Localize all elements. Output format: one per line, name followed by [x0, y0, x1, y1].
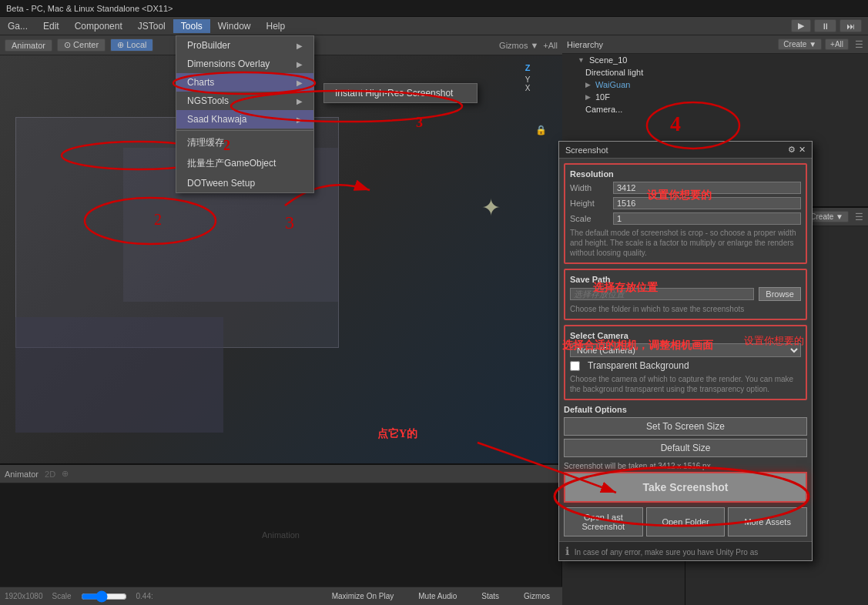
open-last-screenshot-btn[interactable]: Open Last Screenshot — [564, 507, 643, 536]
waiguan-label: WaiGuan — [595, 80, 630, 89]
height-row: Height — [570, 197, 801, 209]
more-assets-btn[interactable]: More Assets — [728, 507, 807, 536]
step-button[interactable]: ⏭ — [840, 19, 862, 32]
save-path-input[interactable] — [570, 288, 754, 300]
default-options-label: Default Options — [564, 405, 807, 414]
dropdown-clear-cache[interactable]: 清理缓存 — [176, 132, 313, 153]
gizmos-btn[interactable]: Gizmos — [516, 590, 558, 602]
camera-row: None (Camera) — [570, 343, 801, 357]
play-button[interactable]: ▶ — [791, 19, 811, 32]
tree-item-10f[interactable]: ▶ 10F — [562, 91, 868, 103]
dropdown-saad[interactable]: Saad Khawaja ▶ — [176, 110, 313, 129]
hierarchy-header: Hierarchy Create ▼ +All ☰ — [562, 35, 868, 54]
screenshot-panel-title: Screenshot — [565, 145, 608, 155]
resolution-section: Resolution Width Height Scale The defaul… — [564, 163, 807, 264]
dropdown-dotween[interactable]: DOTween Setup — [176, 174, 313, 192]
tree-item-camera[interactable]: Camera... — [562, 103, 868, 115]
bottom-action-buttons: Open Last Screenshot Open Folder More As… — [564, 507, 807, 536]
bottom-panel: Animator 2D ⊕ Animation — [0, 463, 562, 587]
center-btn[interactable]: ⊙ Center — [57, 38, 106, 52]
animator-extra: ⊕ — [62, 469, 69, 479]
camera-note: Choose the camera of which to capture th… — [570, 374, 801, 394]
camera-label: Camera... — [585, 105, 622, 114]
default-size-btn[interactable]: Default Size — [564, 439, 807, 457]
resolution-note: The default mode of screenshot is crop -… — [570, 228, 801, 258]
scale-input[interactable] — [613, 212, 801, 225]
tree-item-waiguan[interactable]: ▶ WaiGuan — [562, 79, 868, 91]
tools-dropdown: ProBuilder ▶ Dimensions Overlay ▶ Charts… — [176, 35, 314, 193]
bottom-status: 1920x1080 Scale 0.44: Maximize On Play M… — [0, 587, 562, 605]
animator-title: Animator — [5, 470, 39, 479]
scene-object-bottom — [15, 317, 223, 433]
mute-btn[interactable]: Mute Audio — [411, 590, 464, 602]
animator-panel: Animator 2D ⊕ Animation — [0, 465, 562, 587]
scene-label: Scene_10 — [589, 55, 628, 65]
menu-edit[interactable]: Edit — [35, 19, 67, 33]
hierarchy-title: Hierarchy — [567, 40, 603, 49]
menu-jstool[interactable]: JSTool — [130, 19, 173, 33]
tree-item-light[interactable]: Directional light — [562, 66, 868, 79]
take-screenshot-btn[interactable]: Take Screenshot — [564, 472, 807, 503]
footer-note: ℹ In case of any error, make sure you ha… — [559, 541, 812, 560]
dropdown-sep1 — [176, 130, 313, 131]
maximize-btn[interactable]: Maximize On Play — [324, 590, 402, 602]
saad-submenu: Instant High-Res Screenshot — [323, 83, 478, 103]
stats-btn[interactable]: Stats — [474, 590, 507, 602]
resolution-display: 1920x1080 — [5, 592, 43, 600]
project-menu-icon[interactable]: ☰ — [855, 212, 863, 222]
menu-component[interactable]: Component — [67, 19, 130, 33]
dropdown-ngstools[interactable]: NGSTools ▶ — [176, 92, 313, 110]
dropdown-batch-gameobject[interactable]: 批量生产GameObject — [176, 153, 313, 174]
animator-empty: Animation — [262, 530, 300, 540]
menu-window[interactable]: Window — [210, 19, 259, 33]
set-screen-size-btn[interactable]: Set To Screen Size — [564, 417, 807, 436]
height-input[interactable] — [613, 197, 801, 209]
pause-button[interactable]: ⏸ — [814, 19, 836, 32]
browse-button[interactable]: Browse — [759, 287, 801, 301]
all-label[interactable]: +All — [543, 41, 558, 50]
10f-arrow: ▶ — [585, 93, 591, 101]
width-row: Width — [570, 182, 801, 194]
dropdown-charts[interactable]: Charts ▶ — [176, 73, 313, 92]
light-label: Directional light — [585, 68, 643, 77]
save-path-section: Save Path Browse Choose the folder in wh… — [564, 269, 807, 320]
dropdown-probuilder[interactable]: ProBuilder ▶ — [176, 36, 313, 55]
screenshot-panel-settings-icon[interactable]: ⚙ — [788, 145, 796, 155]
footer-text: In case of any error, make sure you have… — [575, 548, 758, 557]
animator-content: Animation — [0, 483, 561, 587]
menu-game[interactable]: Ga... — [0, 19, 35, 33]
animator-btn[interactable]: Animator — [5, 39, 52, 52]
dropdown-dimensions[interactable]: Dimensions Overlay ▶ — [176, 55, 313, 73]
screenshot-panel: Screenshot ⚙ ✕ Resolution Width Height S… — [558, 141, 813, 561]
animator-2d: 2D — [45, 470, 55, 479]
transparent-row: Transparent Background — [570, 360, 801, 371]
scale-slider[interactable] — [81, 590, 127, 603]
gizmos-label[interactable]: Gizmos ▼ — [499, 41, 538, 50]
camera-section-label: Select Camera — [570, 331, 801, 340]
scale-value: 0.44: — [136, 592, 153, 600]
scale-label-panel: Scale — [570, 214, 608, 223]
width-label: Width — [570, 183, 608, 192]
screenshot-info: Screenshot will be taken at 3412 x 1516 … — [564, 462, 807, 470]
camera-section: Select Camera None (Camera) Transparent … — [564, 325, 807, 400]
local-btn[interactable]: ⊕ Local — [110, 38, 153, 52]
menu-bar: Ga... Edit Component JSTool Tools Window… — [0, 17, 868, 35]
tree-item-scene[interactable]: ▼ Scene_10 — [562, 54, 868, 66]
submenu-instant-screenshot[interactable]: Instant High-Res Screenshot — [324, 84, 477, 102]
scale-row: Scale — [570, 212, 801, 225]
screenshot-panel-close-icon[interactable]: ✕ — [799, 145, 806, 155]
hierarchy-menu-icon[interactable]: ☰ — [855, 39, 863, 50]
save-path-row: Browse — [570, 287, 801, 301]
camera-select[interactable]: None (Camera) — [570, 343, 801, 357]
open-folder-btn[interactable]: Open Folder — [646, 507, 726, 536]
menu-help[interactable]: Help — [258, 19, 293, 33]
width-input[interactable] — [613, 182, 801, 194]
menu-tools[interactable]: Tools — [173, 19, 210, 33]
transparent-checkbox[interactable] — [570, 361, 580, 371]
default-options-container: Default Options — [564, 405, 807, 414]
resolution-section-label: Resolution — [570, 169, 801, 179]
hierarchy-create-btn[interactable]: Create ▼ — [778, 38, 822, 50]
title-bar: Beta - PC, Mac & Linux Standalone <DX11> — [0, 0, 868, 17]
hierarchy-all-btn[interactable]: +All — [825, 38, 849, 50]
save-path-note: Choose the folder in which to save the s… — [570, 304, 801, 314]
